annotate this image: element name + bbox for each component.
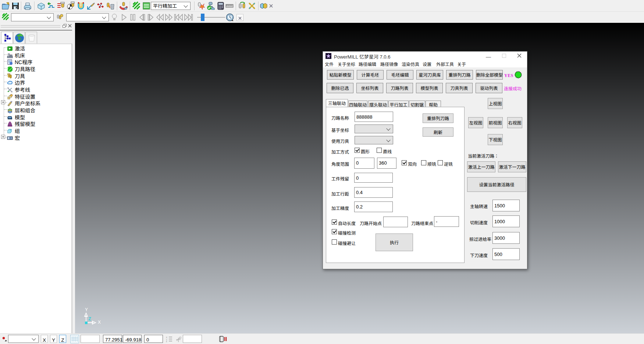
svg-text:Y: Y — [85, 307, 88, 312]
svg-text:X: X — [98, 320, 101, 325]
svg-text:Z: Z — [166, 340, 167, 342]
svg-text:Z: Z — [88, 316, 91, 322]
